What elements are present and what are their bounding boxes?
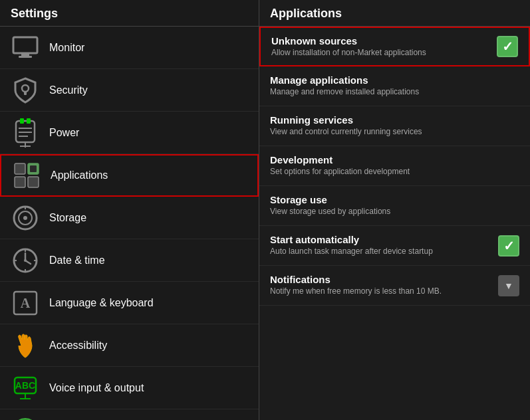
notifications-subtitle: Notify me when free memory is less than … [270,286,491,297]
svg-rect-2 [19,56,32,58]
start-automatically-title: Start automatically [270,234,491,245]
notifications-dropdown[interactable] [498,275,519,296]
development-text: Development Set options for application … [270,154,519,177]
security-icon [11,76,40,105]
sidebar-item-applications-label: Applications [51,169,108,181]
left-header: Settings [0,0,259,27]
accessibility-icon [11,331,40,360]
sidebar-item-storage-label: Storage [49,212,86,224]
dropdown-arrow-icon[interactable] [498,275,519,296]
svg-rect-9 [19,132,32,133]
right-item-development[interactable]: Development Set options for application … [259,146,530,186]
start-automatically-subtitle: Auto launch task manager after device st… [270,247,491,257]
start-automatically-text: Start automatically Auto launch task man… [270,234,491,257]
svg-rect-7 [27,118,31,124]
sidebar-item-datetime-label: Date & time [49,255,105,266]
running-services-title: Running services [270,114,519,126]
svg-point-3 [22,85,29,92]
sidebar-item-monitor[interactable]: Monitor [0,27,259,69]
sidebar-item-voice-label: Voice input & output [49,382,144,394]
svg-text:A: A [21,296,31,310]
storage-use-title: Storage use [270,194,519,205]
svg-rect-4 [24,91,27,95]
sidebar-item-accessibility[interactable]: Accessibility [0,324,259,367]
sidebar-item-security-label: Security [49,84,88,96]
sidebar-item-about[interactable]: i About phone [0,409,259,420]
unknown-sources-text: Unknown sources Allow installation of no… [271,35,490,58]
right-item-manage-applications[interactable]: Manage applications Manage and remove in… [259,66,530,106]
svg-rect-6 [20,118,24,124]
manage-applications-text: Manage applications Manage and remove in… [270,74,519,98]
svg-text:ABC: ABC [15,380,35,391]
unknown-sources-subtitle: Allow installation of non-Market applica… [271,48,490,58]
running-services-text: Running services View and control curren… [270,114,519,138]
right-item-start-automatically[interactable]: Start automatically Auto launch task man… [259,226,530,266]
power-icon [11,118,40,148]
sidebar-item-power-label: Power [49,127,79,139]
sidebar-item-power[interactable]: Power [0,112,259,154]
checkbox-checked-2[interactable] [498,235,519,257]
svg-rect-10 [19,136,28,137]
voice-icon: ABC [11,373,40,403]
sidebar-item-voice[interactable]: ABC Voice input & output [0,367,259,409]
sidebar-item-monitor-label: Monitor [49,42,84,54]
svg-rect-17 [30,165,37,172]
development-title: Development [270,154,519,165]
settings-title: Settings [11,7,58,20]
sidebar-item-accessibility-label: Accessibility [49,340,107,352]
applications-title: Applications [270,7,342,20]
sidebar-item-language-label: Language & keyboard [49,297,154,309]
svg-rect-13 [15,163,25,174]
right-item-notifications[interactable]: Notifications Notify me when free memory… [259,266,530,306]
storage-icon [11,203,40,233]
start-automatically-checkbox[interactable] [498,235,519,257]
right-item-running-services[interactable]: Running services View and control curren… [259,106,530,146]
language-icon: A [11,288,40,318]
left-panel: Settings Monitor Security [0,0,259,420]
right-panel: Applications Unknown sources Allow insta… [259,0,530,420]
notifications-text: Notifications Notify me when free memory… [270,274,491,297]
storage-use-subtitle: View storage used by applications [270,207,519,217]
running-services-subtitle: View and control currently running servi… [270,127,519,138]
sidebar-item-storage[interactable]: Storage [0,197,259,239]
right-item-storage-use[interactable]: Storage use View storage used by applica… [259,186,530,226]
sidebar-item-datetime[interactable]: Date & time [0,239,259,282]
unknown-sources-checkbox[interactable] [497,36,518,57]
svg-rect-16 [28,177,39,187]
sidebar-item-language[interactable]: A Language & keyboard [0,282,259,324]
svg-rect-15 [15,177,25,187]
svg-rect-0 [13,37,37,53]
sidebar-item-applications[interactable]: Applications [0,154,259,197]
monitor-icon [11,33,40,62]
checkbox-checked[interactable] [497,36,518,57]
svg-point-20 [23,216,27,220]
svg-point-25 [24,259,27,262]
notifications-title: Notifications [270,274,491,285]
svg-rect-8 [19,128,32,129]
applications-icon [12,161,41,190]
right-item-unknown-sources[interactable]: Unknown sources Allow installation of no… [259,27,530,66]
manage-applications-subtitle: Manage and remove installed applications [270,87,519,98]
sidebar-item-security[interactable]: Security [0,69,259,112]
svg-rect-1 [21,53,29,56]
about-icon: i [11,416,40,421]
development-subtitle: Set options for application development [270,167,519,177]
manage-applications-title: Manage applications [270,74,519,86]
datetime-icon [11,246,40,275]
storage-use-text: Storage use View storage used by applica… [270,194,519,217]
unknown-sources-title: Unknown sources [271,35,490,47]
right-header: Applications [259,0,530,27]
